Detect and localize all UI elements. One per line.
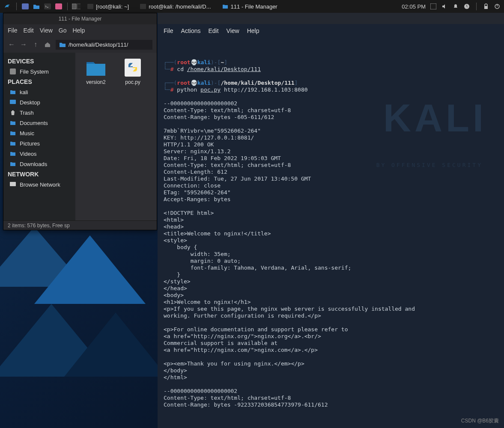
fm-navbar: ← → ↑ /home/kali/Desktop/111/ [3, 36, 157, 53]
sidebar-item-label: Desktop [20, 99, 40, 106]
fm-status-text: 2 items: 576 bytes, Free sp [8, 223, 70, 229]
kali-menu-icon[interactable] [3, 2, 12, 11]
svg-rect-2 [55, 3, 62, 9]
svg-rect-9 [484, 6, 488, 9]
fm-menu-view[interactable]: View [40, 27, 53, 34]
sidebar-item-desktop[interactable]: Desktop [3, 97, 75, 107]
volume-icon[interactable] [441, 3, 448, 10]
python-file-icon [122, 58, 144, 77]
file-label: poc.py [125, 79, 140, 85]
svg-rect-7 [430, 3, 436, 9]
task-label: 111 - File Manager [231, 3, 277, 10]
network-icon [9, 181, 16, 188]
term-titlebar[interactable] [158, 13, 504, 24]
folder-icon [59, 42, 66, 48]
sidebar-item-videos[interactable]: Videos [3, 149, 75, 159]
task-terminal-2[interactable]: root@kali: /home/kali/D... [136, 3, 215, 11]
sidebar-item-label: Videos [20, 151, 37, 157]
back-icon[interactable]: ← [8, 41, 15, 48]
sidebar-item-label: Trash [20, 110, 34, 116]
sidebar-item-downloads[interactable]: Downloads [3, 159, 75, 169]
fm-statusbar: 2 items: 576 bytes, Free sp [3, 220, 157, 230]
sidebar-item-documents[interactable]: Documents [3, 118, 75, 128]
power-icon[interactable] [494, 3, 501, 10]
task-filemanager[interactable]: 111 - File Manager [218, 3, 282, 11]
fm-title: 111 - File Manager [59, 16, 102, 22]
workspace-icon[interactable] [21, 2, 30, 11]
svg-rect-1 [44, 3, 51, 9]
fm-menu-go[interactable]: Go [59, 27, 67, 34]
file-label: version2 [86, 79, 105, 85]
fm-menu-edit[interactable]: Edit [24, 27, 34, 34]
sidebar-item-label: kali [20, 89, 28, 95]
places-header: PLACES [3, 77, 75, 87]
file-version2[interactable]: version2 [81, 58, 111, 85]
clock[interactable]: 02:05 PM [402, 3, 426, 10]
term-menu-edit[interactable]: Edit [208, 27, 218, 34]
svg-rect-3 [72, 4, 76, 9]
task-label: root@kali: /home/kali/D... [149, 3, 211, 10]
svg-rect-6 [140, 4, 146, 9]
home-folder-icon [9, 89, 16, 95]
fm-menu-help[interactable]: Help [72, 27, 85, 34]
desktop-icon [9, 99, 16, 106]
terminal-window: File Actions Edit View Help KALI BY OFFE… [158, 13, 504, 428]
svg-rect-13 [10, 100, 16, 104]
notifications-icon[interactable] [452, 3, 459, 10]
sidebar-item-pictures[interactable]: Pictures [3, 138, 75, 149]
terminal-content[interactable]: KALI BY OFFENSIVE SECURITY ┌──(root💀kali… [158, 38, 504, 428]
terminal-output: --00000000000000000002 Content-Type: tex… [164, 100, 415, 408]
svg-rect-12 [10, 68, 16, 74]
sidebar-item-label: Pictures [20, 140, 40, 147]
svg-rect-5 [87, 4, 93, 9]
terminal-launcher-icon[interactable] [43, 2, 52, 11]
svg-rect-14 [10, 182, 16, 186]
term-menubar: File Actions Edit View Help [158, 24, 504, 38]
sidebar-item-filesystem[interactable]: File System [3, 66, 75, 77]
sidebar-item-label: Browse Network [20, 181, 60, 188]
folder-icon [85, 58, 107, 77]
editor-icon[interactable] [54, 2, 63, 11]
trash-icon [9, 109, 16, 116]
forward-icon[interactable]: → [20, 41, 27, 48]
taskbar: [root@kali: ~] root@kali: /home/kali/D..… [0, 0, 504, 13]
term-menu-actions[interactable]: Actions [181, 27, 201, 34]
svg-rect-0 [22, 3, 29, 9]
prompt-1: ┌──(root💀kali)-[~] └─# cd /home/kali/Des… [164, 59, 261, 72]
folder-icon [9, 119, 16, 126]
folder-icon [9, 140, 16, 147]
fm-menu-file[interactable]: File [8, 27, 18, 34]
home-icon[interactable] [44, 41, 51, 48]
fm-menubar: File Edit View Go Help [3, 24, 157, 36]
lock-icon[interactable] [483, 3, 489, 10]
fm-sidebar: DEVICES File System PLACES kali Desktop … [3, 53, 75, 220]
devices-header: DEVICES [3, 56, 75, 66]
task-label: [root@kali: ~] [96, 3, 129, 10]
folder-icon [9, 130, 16, 137]
workspace-tray-icon[interactable] [430, 3, 437, 10]
sidebar-item-label: Downloads [20, 161, 47, 167]
term-menu-view[interactable]: View [227, 27, 239, 34]
up-icon[interactable]: ↑ [32, 41, 39, 48]
updates-icon[interactable] [463, 3, 470, 10]
svg-rect-4 [77, 4, 81, 9]
sidebar-item-trash[interactable]: Trash [3, 107, 75, 118]
file-poc-py[interactable]: poc.py [117, 58, 148, 85]
sidebar-item-browse-network[interactable]: Browse Network [3, 179, 75, 190]
fm-titlebar[interactable]: 111 - File Manager [3, 13, 157, 24]
desktop-switcher-icon[interactable] [72, 2, 81, 11]
task-terminal-1[interactable]: [root@kali: ~] [83, 3, 133, 11]
path-bar[interactable]: /home/kali/Desktop/111/ [56, 40, 152, 50]
sidebar-item-label: Music [20, 130, 34, 137]
path-text: /home/kali/Desktop/111/ [69, 42, 128, 48]
sidebar-item-label: Documents [20, 120, 48, 126]
sidebar-item-music[interactable]: Music [3, 128, 75, 138]
kali-watermark-sub: BY OFFENSIVE SECURITY [376, 162, 483, 169]
folder-icon [9, 150, 16, 157]
term-menu-help[interactable]: Help [247, 27, 259, 34]
sidebar-item-kali[interactable]: kali [3, 87, 75, 97]
term-menu-file[interactable]: File [164, 27, 173, 34]
files-icon[interactable] [32, 2, 41, 11]
fm-content[interactable]: version2 poc.py [75, 53, 157, 220]
folder-icon [9, 160, 16, 167]
